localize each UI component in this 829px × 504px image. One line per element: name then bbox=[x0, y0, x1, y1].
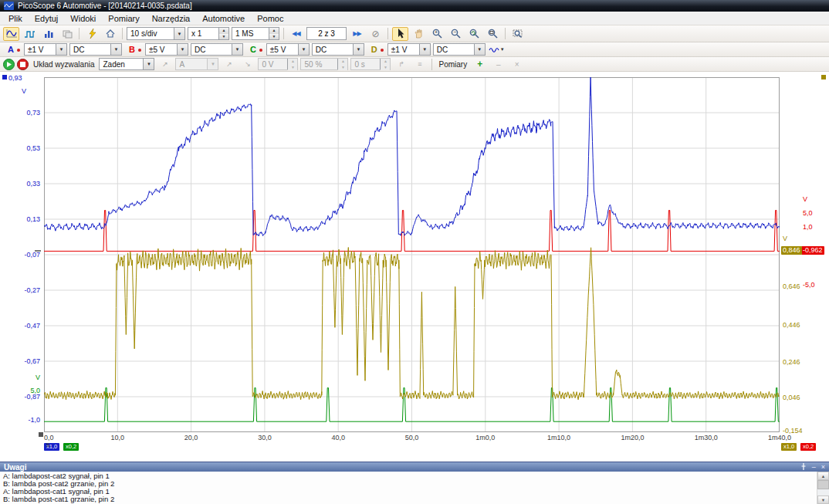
zoom-out-tool-button[interactable]: − bbox=[448, 27, 464, 41]
note-line: B: lambda post-cat2 grzanie, pin 2 bbox=[3, 480, 815, 488]
menu-edytuj[interactable]: Edytuj bbox=[29, 12, 65, 25]
x-axis-tick-label: 50,0 bbox=[395, 434, 429, 441]
add-measurement-button[interactable]: + bbox=[472, 57, 488, 71]
samples-spinner[interactable]: 1 MS▲▼ bbox=[232, 27, 279, 40]
marquee-zoom-tool-button[interactable] bbox=[509, 27, 526, 41]
notes-body[interactable]: A: lambdapost-cat2 sygnał, pin 1 B: lamb… bbox=[0, 472, 829, 504]
pretrigger-percent-spinner: 50 %▲▼ bbox=[300, 58, 348, 70]
single-shot-icon: ↱ bbox=[398, 60, 404, 68]
channel-b-label[interactable]: B bbox=[129, 45, 135, 54]
axis-label: V bbox=[36, 374, 40, 381]
channel-b-range-select[interactable]: ±5 V▼ bbox=[145, 43, 188, 56]
measurements-label: Pomiary bbox=[436, 60, 469, 69]
channel-a-coupling-select[interactable]: DC▼ bbox=[69, 43, 122, 56]
channel-c-label[interactable]: C bbox=[250, 45, 256, 54]
chevron-down-icon: ▼ bbox=[174, 28, 184, 39]
probes-button[interactable]: ▼ bbox=[488, 42, 506, 56]
trigger-source-value: A bbox=[176, 60, 207, 69]
toolbar-separator bbox=[79, 28, 80, 39]
x-axis-tick-label: 1m40,0 bbox=[763, 434, 797, 441]
pointer-tool-button[interactable] bbox=[392, 27, 408, 41]
buffer-indicator[interactable]: 2 z 3 bbox=[306, 27, 347, 40]
channel-d-coupling-select[interactable]: DC▼ bbox=[433, 43, 486, 56]
channel-a-axis-handle[interactable] bbox=[2, 75, 7, 79]
scroll-up-icon[interactable]: ▲ bbox=[817, 472, 829, 480]
toolbar-separator bbox=[387, 28, 388, 39]
menu-plik[interactable]: Plik bbox=[2, 12, 29, 25]
spinner-buttons[interactable]: ▲▼ bbox=[269, 28, 279, 39]
axis-label: -0,27 bbox=[24, 286, 40, 294]
channel-d-axis-handle[interactable] bbox=[821, 75, 826, 79]
spin-up-icon: ▲ bbox=[338, 59, 347, 65]
axis-label: -0,07 bbox=[24, 251, 40, 259]
channel-c-coupling-select[interactable]: DC▼ bbox=[312, 43, 364, 56]
edit-measurement-button: – bbox=[490, 57, 506, 71]
channel-b-coupling-select[interactable]: DC▼ bbox=[191, 43, 243, 56]
corner-marker bbox=[39, 432, 43, 437]
axis-scale-badge-b[interactable]: x0,2 bbox=[800, 443, 816, 451]
chevron-down-icon: ▼ bbox=[500, 47, 505, 52]
x-axis-tick-label: 1m0,0 bbox=[469, 434, 502, 441]
advanced-trigger-button[interactable]: ↗ bbox=[157, 57, 173, 71]
hand-tool-button[interactable] bbox=[411, 27, 427, 41]
spin-up-icon[interactable]: ▲ bbox=[219, 28, 228, 34]
channel-d-label[interactable]: D bbox=[371, 45, 377, 54]
b-axis-offset-readout: -0,962 bbox=[801, 246, 824, 255]
notes-header[interactable]: Uwagi – × bbox=[0, 462, 829, 472]
spin-up-icon[interactable]: ▲ bbox=[269, 28, 279, 34]
spin-down-icon[interactable]: ▼ bbox=[219, 34, 228, 40]
rising-edge-button: ↗ bbox=[221, 57, 237, 71]
spinner-buttons: ▲▼ bbox=[380, 59, 390, 69]
square-wave-view-button[interactable] bbox=[22, 27, 38, 41]
channel-a-label[interactable]: A bbox=[8, 45, 14, 54]
channel-c-range-select[interactable]: ±5 V▼ bbox=[266, 43, 310, 56]
zoom-full-tool-button[interactable] bbox=[485, 27, 501, 41]
axis-scale-badge-d[interactable]: x1,0 bbox=[781, 443, 797, 451]
channel-d-range-select[interactable]: ±1 V▼ bbox=[387, 43, 431, 56]
scope-view-button[interactable] bbox=[3, 27, 19, 41]
home-button[interactable] bbox=[102, 27, 118, 41]
axis-label: 0,33 bbox=[26, 180, 40, 188]
scrollbar-thumb[interactable] bbox=[817, 480, 829, 489]
spectrum-view-button[interactable] bbox=[40, 27, 56, 41]
zoom-in-tool-button[interactable]: + bbox=[429, 27, 445, 41]
trigger-level-value: 0 V bbox=[259, 60, 287, 69]
chevron-down-icon: ▼ bbox=[353, 44, 364, 55]
stop-capture-button[interactable] bbox=[17, 59, 29, 70]
scroll-down-icon[interactable]: ▼ bbox=[817, 496, 829, 504]
persistence-view-button[interactable] bbox=[59, 27, 75, 41]
minimize-panel-icon[interactable]: – bbox=[812, 462, 816, 472]
cursor-arrow-icon bbox=[396, 29, 404, 39]
window-title: PicoScope 6 Automotive - [20140214-0035.… bbox=[18, 2, 192, 10]
scope-view[interactable]: x1,0 x0,2 x1,0 x0,2 0,93V0,730,530,330,1… bbox=[0, 72, 829, 462]
menu-widoki[interactable]: Widoki bbox=[64, 12, 102, 25]
trigger-mode-select[interactable]: Żaden▼ bbox=[99, 58, 154, 70]
axis-label: 0,046 bbox=[783, 394, 800, 401]
notes-scrollbar[interactable]: ▲ ▼ bbox=[817, 472, 829, 504]
axis-label: 0,73 bbox=[26, 109, 40, 117]
spinner-buttons[interactable]: ▲▼ bbox=[218, 28, 228, 39]
waveform-plot[interactable] bbox=[44, 77, 780, 432]
menu-pomiary[interactable]: Pomiary bbox=[102, 12, 145, 25]
collection-multiplier-spinner[interactable]: x 1▲▼ bbox=[188, 27, 229, 40]
next-buffer-button[interactable]: ▶▶ bbox=[349, 27, 365, 41]
menu-narzedzia[interactable]: Narzędzia bbox=[146, 12, 197, 25]
zoom-undo-icon bbox=[469, 29, 479, 39]
start-capture-button[interactable] bbox=[3, 59, 15, 70]
pin-icon[interactable] bbox=[800, 462, 807, 472]
close-panel-icon[interactable]: × bbox=[821, 462, 825, 472]
prev-buffer-button[interactable]: ◀◀ bbox=[288, 27, 304, 41]
spin-down-icon[interactable]: ▼ bbox=[269, 34, 279, 40]
svg-text:+: + bbox=[435, 29, 438, 35]
axis-label: V bbox=[783, 235, 787, 242]
x-axis-tick-label: 40,0 bbox=[321, 434, 355, 441]
channel-a-range-select[interactable]: ±1 V▼ bbox=[24, 43, 67, 56]
zoom-undo-tool-button[interactable] bbox=[466, 27, 482, 41]
timebase-select[interactable]: 10 s/div▼ bbox=[127, 27, 185, 40]
menu-pomoc[interactable]: Pomoc bbox=[251, 12, 289, 25]
channel-a-indicator bbox=[17, 49, 20, 52]
axis-scale-badge-c[interactable]: x0,2 bbox=[63, 443, 79, 451]
menu-automotive[interactable]: Automotive bbox=[196, 12, 251, 25]
buffer-navigator-button[interactable]: ⊘ bbox=[367, 27, 384, 41]
automotive-tests-button[interactable] bbox=[83, 27, 100, 41]
